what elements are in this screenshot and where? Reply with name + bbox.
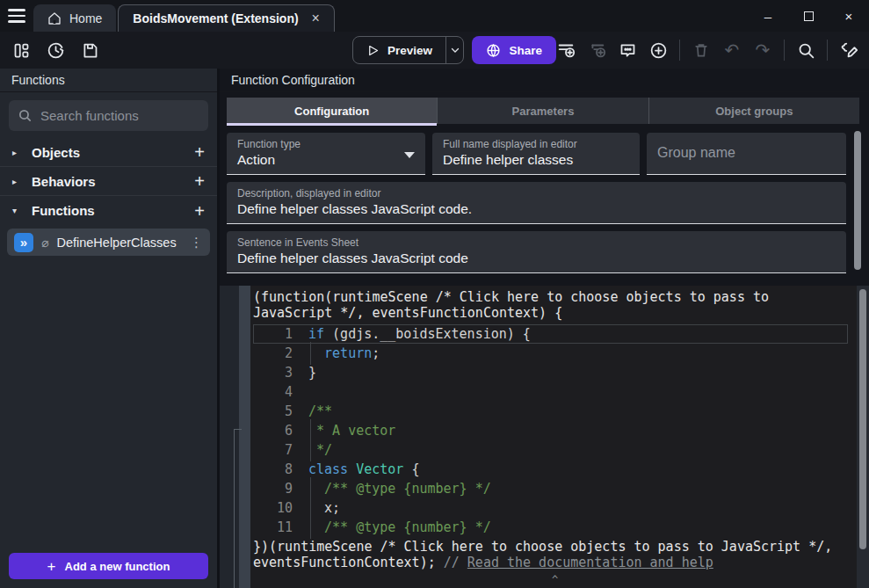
event-drag-handle[interactable]	[239, 286, 250, 588]
tab-object-groups[interactable]: Object groups	[648, 98, 859, 124]
share-label: Share	[509, 44, 542, 57]
share-button[interactable]: Share	[472, 36, 556, 64]
line-number: 2	[253, 345, 293, 361]
code-line-8[interactable]: 8class Vector {	[253, 460, 857, 479]
add-comment-icon[interactable]	[618, 40, 637, 60]
group-name-input[interactable]	[657, 145, 836, 161]
sidebar-section-objects[interactable]: ▸ Objects +	[0, 138, 217, 167]
close-window-button[interactable]: ×	[829, 0, 869, 32]
configuration-form: Function type Action Full name displayed…	[220, 124, 869, 273]
sentence-input[interactable]	[237, 250, 836, 266]
sentence-field[interactable]: Sentence in Events Sheet	[227, 231, 846, 273]
active-tab-label: BoidsMovement (Extension)	[133, 11, 298, 25]
plus-icon: +	[47, 559, 56, 574]
code-lines: 1if (gdjs.__boidsExtension) {2 return;3}…	[253, 324, 857, 537]
home-tab-label: Home	[69, 11, 102, 25]
code-line-4[interactable]: 4	[253, 382, 857, 402]
function-type-select[interactable]: Function type Action	[227, 133, 425, 175]
sidebar-section-behaviors[interactable]: ▸ Behaviors +	[0, 167, 217, 196]
preview-options-button[interactable]	[445, 37, 463, 63]
tab-parameters[interactable]: Parameters	[437, 98, 648, 124]
tab-configuration[interactable]: Configuration	[227, 98, 437, 124]
code-line-1[interactable]: 1if (gdjs.__boidsExtension) {	[253, 324, 848, 344]
line-number: 7	[253, 442, 293, 458]
full-name-input[interactable]	[443, 152, 629, 168]
home-icon	[47, 11, 62, 25]
code-line-5[interactable]: 5/**	[253, 402, 857, 421]
add-subevent-icon[interactable]	[587, 40, 606, 60]
events-sheet-margin	[220, 286, 239, 588]
search-functions-input[interactable]	[40, 108, 215, 123]
open-panels-icon[interactable]	[11, 40, 31, 60]
line-number: 9	[253, 481, 293, 497]
code-line-10[interactable]: 10 x;	[253, 498, 857, 518]
code-line-3[interactable]: 3}	[253, 363, 857, 382]
function-configuration-panel: Function Configuration Configuration Par…	[220, 69, 869, 588]
form-scrollbar[interactable]	[854, 131, 861, 270]
preview-button[interactable]: Preview	[353, 37, 445, 63]
code-scrollbar[interactable]	[859, 289, 866, 549]
save-icon[interactable]	[80, 40, 99, 60]
code-text: */	[308, 442, 332, 458]
full-name-field[interactable]: Full name displayed in editor	[432, 133, 640, 175]
line-number: 3	[253, 365, 293, 381]
preview-label: Preview	[387, 44, 432, 57]
tab-boidsmovement[interactable]: BoidsMovement (Extension) ×	[118, 4, 335, 32]
close-tab-icon[interactable]: ×	[312, 11, 320, 25]
item-options-icon[interactable]: ⋮	[190, 235, 203, 250]
description-input[interactable]	[237, 201, 836, 217]
add-function-plus-button[interactable]: +	[194, 202, 205, 220]
add-new-function-button[interactable]: + Add a new function	[9, 553, 208, 579]
code-line-6[interactable]: 6 * A vector	[253, 421, 857, 440]
recent-history-icon[interactable]	[46, 40, 65, 60]
line-number: 6	[253, 423, 293, 439]
group-name-field[interactable]	[647, 133, 846, 175]
event-selection-bracket	[234, 429, 235, 588]
delete-icon[interactable]	[692, 40, 711, 60]
code-footer-line[interactable]: })(runtimeScene /* Click here to choose …	[253, 539, 836, 570]
code-text: x;	[308, 500, 340, 516]
add-event-icon[interactable]	[556, 40, 576, 60]
minimize-button[interactable]: –	[748, 0, 788, 32]
code-editor[interactable]: (function(runtimeScene /* Click here to …	[250, 286, 857, 588]
toolbar-left-group	[11, 40, 99, 60]
expanded-arrow-icon: ▾	[12, 206, 21, 215]
tab-home[interactable]: Home	[33, 4, 116, 32]
sidebar-section-functions[interactable]: ▾ Functions +	[0, 196, 217, 225]
code-line-2[interactable]: 2 return;	[253, 344, 857, 363]
search-icon[interactable]	[796, 40, 815, 60]
expand-code-caret[interactable]: ^	[253, 574, 857, 586]
collapsed-arrow-icon: ▸	[12, 177, 21, 186]
preview-split-button: Preview	[352, 36, 464, 64]
description-field[interactable]: Description, displayed in editor	[227, 182, 846, 224]
main-menu-icon[interactable]	[0, 0, 33, 32]
code-scrollbar-track	[857, 286, 869, 588]
redo-icon[interactable]: ↷	[753, 40, 772, 60]
function-item-definehelperclasses[interactable]: » ⌀ DefineHelperClasses ⋮	[7, 229, 210, 256]
toolbar-separator	[784, 40, 785, 61]
code-line-9[interactable]: 9 /** @type {number} */	[253, 479, 857, 498]
code-text: return;	[308, 345, 380, 361]
code-text: /**	[308, 403, 332, 419]
code-header-line[interactable]: (function(runtimeScene /* Click here to …	[253, 289, 836, 321]
window-controls: – ×	[748, 0, 869, 32]
code-text: class Vector {	[308, 461, 419, 477]
edit-extension-icon[interactable]	[839, 40, 858, 60]
documentation-link[interactable]: Read the documentation and help	[467, 555, 713, 570]
maximize-button[interactable]	[788, 0, 829, 32]
content-area: Functions ▸ Objects + ▸ Behaviors + ▾ Fu…	[0, 69, 869, 588]
add-behavior-button[interactable]: +	[194, 172, 205, 190]
maximize-icon	[804, 11, 814, 21]
search-functions-box[interactable]	[9, 100, 208, 131]
undo-icon[interactable]: ↶	[722, 40, 742, 60]
function-type-value: Action	[237, 152, 415, 168]
add-object-button[interactable]: +	[194, 143, 205, 161]
footer-comment-slashes: //	[444, 555, 467, 570]
play-icon	[366, 44, 380, 57]
line-number: 4	[253, 384, 293, 400]
add-circle-icon[interactable]	[648, 40, 668, 60]
code-line-7[interactable]: 7 */	[253, 440, 857, 460]
search-icon	[18, 108, 33, 123]
code-line-11[interactable]: 11 /** @type {number} */	[253, 518, 857, 537]
line-number: 11	[253, 519, 293, 535]
